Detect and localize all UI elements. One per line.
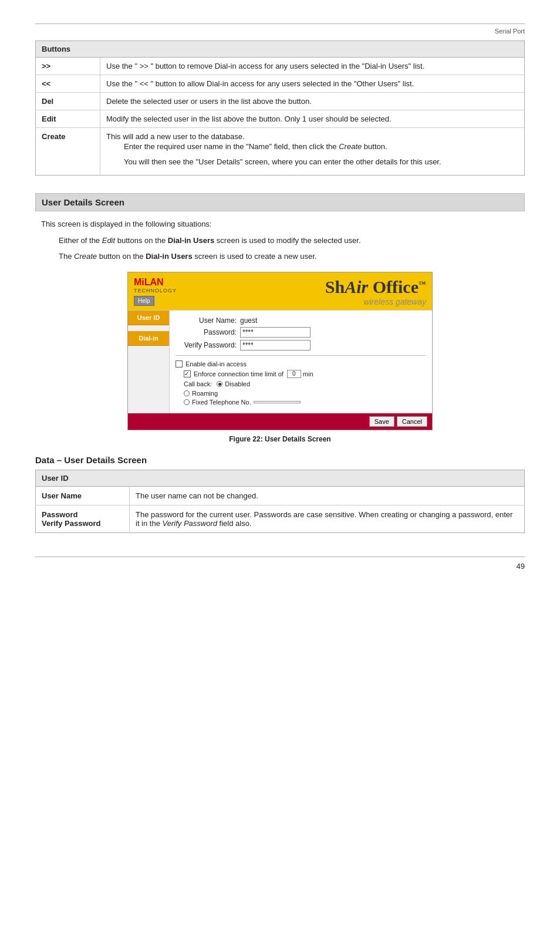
save-button[interactable]: Save (369, 416, 394, 427)
logo-text: MiLAN (134, 277, 164, 288)
username-value: guest (240, 316, 257, 325)
btn-desc-forward: Use the " >> " button to remove Dial-in … (100, 58, 525, 75)
enforce-input[interactable]: 0 (287, 370, 301, 378)
btn-desc-create: This will add a new user to the database… (100, 128, 525, 176)
password-label: Password: (176, 328, 240, 336)
title-main: ShAir Office™ (325, 277, 426, 297)
verify-input[interactable]: **** (240, 340, 311, 350)
title-office-text: Office (368, 277, 419, 296)
btn-label-back: << (36, 75, 100, 93)
logo-area: MiLAN TECHNOLOGY Help (134, 277, 177, 306)
user-details-intro-body: This screen is displayed in the followin… (35, 218, 525, 262)
enforce-checkbox[interactable] (184, 370, 191, 377)
enable-dialin-checkbox[interactable] (176, 360, 183, 368)
screenshot-body: User ID Dial-in User Name: guest Passwor… (128, 310, 432, 413)
password-row: Password: **** (176, 327, 426, 338)
radio-disabled[interactable] (217, 381, 222, 387)
btn-label-edit: Edit (36, 110, 100, 128)
data-password-desc: The password for the current user. Passw… (130, 505, 525, 532)
radio-fixed-row: Fixed Telephone No. (176, 399, 426, 406)
data-username-desc: The user name can not be changed. (130, 486, 525, 505)
data-table: User ID User Name The user name can not … (35, 470, 525, 533)
screenshot-header: MiLAN TECHNOLOGY Help ShAir Office™ wire… (128, 272, 432, 310)
page-number: 49 (35, 557, 525, 571)
data-table-row-username: User Name The user name can not be chang… (36, 486, 525, 505)
table-row: >> Use the " >> " button to remove Dial-… (36, 58, 525, 75)
radio-roaming-row: Roaming (176, 390, 426, 397)
help-button[interactable]: Help (134, 296, 154, 306)
table-row: << Use the " << " button to allow Dial-i… (36, 75, 525, 93)
data-table-row-password: PasswordVerify Password The password for… (36, 505, 525, 532)
radio-fixed-label: Fixed Telephone No. (192, 399, 251, 406)
btn-label-del: Del (36, 93, 100, 110)
radio-fixed[interactable] (184, 399, 190, 405)
user-details-bullet1: Either of the Edit buttons on the Dial-i… (41, 235, 519, 247)
btn-desc-edit: Modify the selected user in the list abo… (100, 110, 525, 128)
radio-roaming[interactable] (184, 390, 190, 396)
screenshot-box: MiLAN TECHNOLOGY Help ShAir Office™ wire… (127, 272, 433, 430)
enable-dialin-label: Enable dial-in access (185, 360, 247, 368)
btn-desc-back: Use the " << " button to allow Dial-in a… (100, 75, 525, 93)
fixed-telephone-input[interactable] (254, 401, 301, 403)
data-username-label: User Name (36, 486, 130, 505)
cancel-button[interactable]: Cancel (397, 416, 427, 427)
enforce-label: Enforce connection time limit of (194, 370, 284, 377)
verify-row: Verify Password: **** (176, 340, 426, 350)
enable-dialin-row: Enable dial-in access (176, 360, 426, 368)
title-sh: Sh (325, 277, 345, 296)
screenshot-wrapper: MiLAN TECHNOLOGY Help ShAir Office™ wire… (35, 272, 525, 430)
data-section-heading: Data – User Details Screen (35, 455, 525, 465)
table-row: Del Delete the selected user or users in… (36, 93, 525, 110)
title-air: Air (345, 277, 368, 296)
logo-milan: MiLAN (134, 277, 164, 287)
password-input[interactable]: **** (240, 327, 311, 338)
verify-label: Verify Password: (176, 341, 240, 349)
ss-footer: Save Cancel (128, 413, 432, 430)
callback-label: Call back: (176, 380, 212, 387)
username-row: User Name: guest (176, 316, 426, 325)
data-password-label: PasswordVerify Password (36, 505, 130, 532)
logo-technology: TECHNOLOGY (134, 288, 177, 294)
buttons-table: Buttons >> Use the " >> " button to remo… (35, 41, 525, 176)
user-details-bullet2: The Create button on the Dial-in Users s… (41, 251, 519, 262)
top-rule (35, 23, 525, 24)
ss-sidebar: User ID Dial-in (128, 311, 169, 413)
radio-disabled-label: Disabled (225, 380, 250, 387)
title-subtitle: wireless gateway (325, 297, 426, 306)
enforce-row: Enforce connection time limit of 0 min (176, 370, 426, 378)
enforce-unit: min (303, 370, 313, 377)
nav-dialin[interactable]: Dial-in (128, 331, 169, 346)
user-details-intro: This screen is displayed in the followin… (41, 218, 519, 230)
callbacklabel-row: Call back: Disabled (176, 380, 426, 387)
table-row: Edit Modify the selected user in the lis… (36, 110, 525, 128)
radio-roaming-label: Roaming (192, 390, 218, 397)
title-tm: ™ (419, 279, 426, 288)
divider (176, 355, 426, 356)
section-heading-text: User Details Screen (42, 197, 124, 207)
data-table-group-header: User ID (36, 470, 525, 486)
figure-caption: Figure 22: User Details Screen (35, 435, 525, 443)
page-number-value: 49 (517, 562, 525, 571)
username-label: User Name: (176, 316, 240, 325)
section-label: Serial Port (35, 28, 525, 35)
ss-content: User Name: guest Password: **** Verify P… (169, 311, 432, 413)
btn-label-create: Create (36, 128, 100, 176)
table-row: Create This will add a new user to the d… (36, 128, 525, 176)
btn-label-forward: >> (36, 58, 100, 75)
btn-desc-del: Delete the selected user or users in the… (100, 93, 525, 110)
user-details-section-heading: User Details Screen (35, 193, 525, 211)
nav-userid[interactable]: User ID (128, 311, 169, 325)
buttons-table-heading: Buttons (36, 41, 525, 58)
title-area: ShAir Office™ wireless gateway (325, 277, 426, 306)
